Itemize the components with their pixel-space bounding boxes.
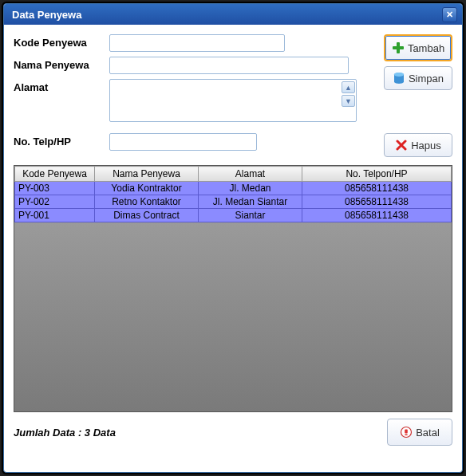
cell-telp: 085658111438 bbox=[302, 182, 452, 195]
titlebar: Data Penyewa ✕ bbox=[4, 4, 462, 25]
batal-label: Batal bbox=[416, 427, 440, 439]
svg-rect-6 bbox=[405, 435, 408, 435]
kode-input[interactable] bbox=[109, 34, 285, 52]
cell-nama: Yodia Kontraktor bbox=[95, 182, 199, 195]
nama-label: Nama Penyewa bbox=[14, 57, 109, 71]
data-grid[interactable]: Kode Penyewa Nama Penyewa Alamat No. Tel… bbox=[14, 165, 452, 412]
svg-rect-1 bbox=[393, 46, 404, 49]
cell-kode: PY-002 bbox=[15, 195, 95, 209]
hapus-label: Hapus bbox=[411, 140, 441, 151]
window-title: Data Penyewa bbox=[12, 9, 81, 21]
svg-point-3 bbox=[394, 73, 404, 77]
alamat-label: Alamat bbox=[14, 79, 109, 93]
cell-telp: 085658111438 bbox=[302, 209, 452, 222]
nama-input[interactable] bbox=[109, 57, 349, 74]
kode-label: Kode Penyewa bbox=[14, 34, 109, 49]
col-nama[interactable]: Nama Penyewa bbox=[95, 167, 199, 182]
count-label: Jumlah Data : 3 Data bbox=[14, 427, 116, 439]
close-icon: ✕ bbox=[446, 10, 453, 20]
col-kode[interactable]: Kode Penyewa bbox=[15, 167, 95, 182]
col-telp[interactable]: No. Telpon/HP bbox=[302, 167, 452, 182]
cell-nama: Retno Kontaktor bbox=[95, 195, 199, 209]
cell-kode: PY-003 bbox=[15, 182, 95, 195]
cell-telp: 085658111438 bbox=[302, 195, 452, 209]
cell-alamat: Jl. Medan Siantar bbox=[199, 195, 302, 209]
x-icon bbox=[395, 139, 408, 151]
cell-nama: Dimas Contract bbox=[95, 209, 199, 222]
tambah-label: Tambah bbox=[408, 42, 444, 54]
cell-kode: PY-001 bbox=[15, 209, 95, 222]
grid-empty-area bbox=[14, 222, 452, 411]
stop-icon bbox=[400, 426, 413, 439]
svg-rect-5 bbox=[405, 430, 408, 434]
simpan-label: Simpan bbox=[409, 73, 444, 85]
plus-icon bbox=[392, 41, 405, 54]
table-row[interactable]: PY-002Retno KontaktorJl. Medan Siantar08… bbox=[15, 195, 452, 209]
telp-input[interactable] bbox=[109, 133, 257, 151]
close-button[interactable]: ✕ bbox=[442, 7, 457, 22]
cell-alamat: Jl. Medan bbox=[199, 182, 302, 195]
database-icon bbox=[393, 72, 405, 85]
alamat-input[interactable] bbox=[109, 79, 357, 122]
tambah-button[interactable]: Tambah bbox=[384, 34, 452, 61]
scroll-up-icon[interactable]: ▲ bbox=[342, 81, 355, 93]
scroll-down-icon[interactable]: ▼ bbox=[342, 95, 355, 107]
simpan-button[interactable]: Simpan bbox=[384, 66, 452, 90]
table-row[interactable]: PY-001Dimas ContractSiantar085658111438 bbox=[15, 209, 452, 222]
form-fields: Kode Penyewa Nama Penyewa Alamat ▲ ▼ bbox=[14, 34, 376, 157]
window: Data Penyewa ✕ Kode Penyewa Nama Penyewa… bbox=[3, 3, 463, 473]
telp-label: No. Telp/HP bbox=[14, 133, 109, 148]
batal-button[interactable]: Batal bbox=[387, 419, 452, 446]
col-alamat[interactable]: Alamat bbox=[199, 167, 302, 182]
table-header-row: Kode Penyewa Nama Penyewa Alamat No. Tel… bbox=[15, 167, 452, 182]
hapus-button[interactable]: Hapus bbox=[384, 133, 452, 157]
table-row[interactable]: PY-003Yodia KontraktorJl. Medan085658111… bbox=[15, 182, 452, 195]
cell-alamat: Siantar bbox=[199, 209, 302, 222]
side-buttons: Tambah Simpan Hapus bbox=[384, 34, 452, 157]
